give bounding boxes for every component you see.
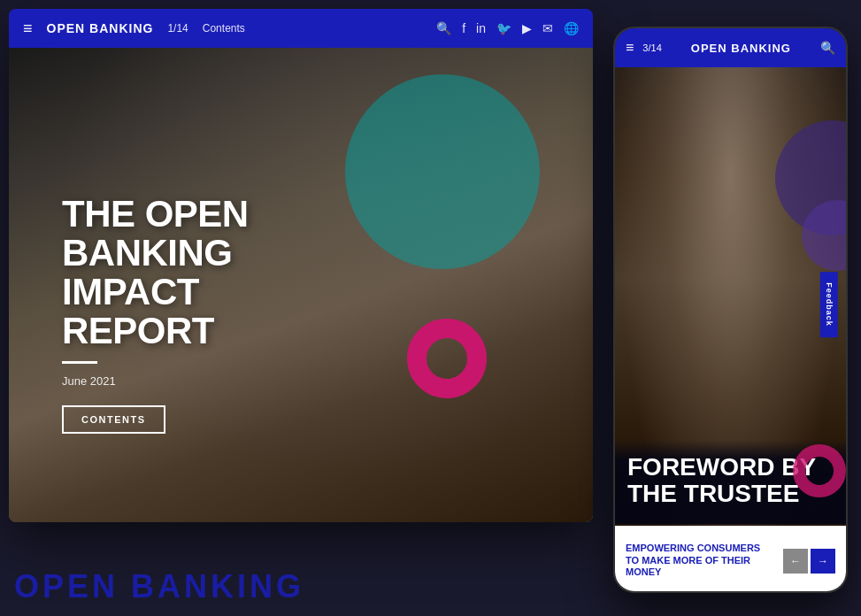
mobile-mockup: ≡ 3/14 OPEN BANKING 🔍 Feedback FOREWORD …: [613, 27, 848, 593]
desktop-nav-right: 🔍 f in 🐦 ▶ ✉ 🌐: [436, 21, 579, 35]
mobile-bottom-tagline: EMPOWERING CONSUMERS TO MAKE MORE OF THE…: [626, 543, 776, 579]
prev-arrow-button[interactable]: ←: [783, 549, 808, 574]
desktop-brand: OPEN BANKING: [47, 21, 154, 35]
mobile-content-area: Feedback FOREWORD BY THE TRUSTEE EMPOWER…: [615, 67, 846, 593]
hero-divider: [62, 361, 97, 364]
hero-section: THE OPEN BANKING IMPACT REPORT June 2021…: [9, 48, 593, 522]
linkedin-icon[interactable]: in: [476, 21, 486, 35]
mobile-nav-arrows: ← →: [783, 549, 835, 574]
mobile-navbar: ≡ 3/14 OPEN BANKING 🔍: [615, 28, 846, 67]
mobile-search-icon[interactable]: 🔍: [820, 41, 835, 55]
mobile-nav-left: ≡ 3/14: [626, 40, 662, 56]
feedback-tab[interactable]: Feedback: [820, 272, 838, 337]
search-icon[interactable]: 🔍: [436, 21, 451, 35]
contents-button[interactable]: CONTENTS: [62, 405, 165, 434]
next-arrow-button[interactable]: →: [811, 549, 835, 574]
hamburger-icon[interactable]: ≡: [23, 19, 33, 38]
footer-brand-text: OPEN BANKING: [14, 568, 304, 605]
hero-text-block: THE OPEN BANKING IMPACT REPORT June 2021…: [62, 195, 327, 434]
email-icon[interactable]: ✉: [542, 21, 553, 35]
page-indicator: 1/14: [167, 22, 188, 35]
mobile-bottom-bar: EMPOWERING CONSUMERS TO MAKE MORE OF THE…: [615, 526, 846, 593]
hero-title: THE OPEN BANKING IMPACT REPORT: [62, 195, 327, 350]
desktop-navbar: ≡ OPEN BANKING 1/14 Contents 🔍 f in 🐦 ▶ …: [9, 9, 593, 48]
contents-link[interactable]: Contents: [203, 22, 245, 35]
mobile-page-indicator: 3/14: [642, 42, 661, 53]
mobile-brand: OPEN BANKING: [691, 42, 791, 55]
pink-donut-decoration: [407, 319, 487, 398]
mobile-pink-ring-decoration: [793, 444, 846, 497]
globe-icon[interactable]: 🌐: [564, 21, 579, 35]
twitter-icon[interactable]: 🐦: [496, 21, 511, 35]
hero-date: June 2021: [62, 374, 327, 388]
teal-circle-decoration: [345, 74, 540, 269]
desktop-mockup: ≡ OPEN BANKING 1/14 Contents 🔍 f in 🐦 ▶ …: [9, 9, 593, 522]
youtube-icon[interactable]: ▶: [522, 21, 532, 35]
facebook-icon[interactable]: f: [462, 21, 465, 35]
desktop-nav-left: ≡ OPEN BANKING 1/14 Contents: [23, 19, 245, 38]
mobile-hamburger-icon[interactable]: ≡: [626, 40, 634, 56]
